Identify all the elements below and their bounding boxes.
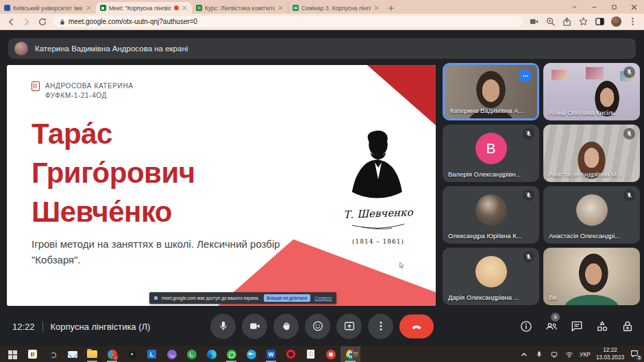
notifications-icon[interactable]: 5 — [630, 349, 641, 360]
chat-icon[interactable] — [570, 320, 584, 333]
meeting-time: 12:22 — [12, 321, 35, 331]
dark-app-icon[interactable] — [42, 346, 62, 362]
participant-tile-anastasiia-a[interactable]: Анастасія Андріївна М... — [543, 125, 640, 182]
whatsapp-icon[interactable] — [221, 346, 241, 362]
mic-muted-icon — [523, 190, 534, 201]
file-explorer-icon[interactable] — [82, 346, 102, 362]
mic-muted-icon — [623, 190, 635, 201]
slide-author-block: АНДРОСОВА КАТЕРИНА ФУФКМ-1-21-4ОД — [45, 81, 134, 100]
microsoft-store-icon[interactable] — [23, 346, 42, 362]
opera-icon[interactable] — [281, 346, 301, 362]
notes-icon[interactable] — [301, 346, 321, 362]
viber-icon[interactable] — [162, 346, 182, 362]
tab-close-icon[interactable] — [277, 5, 284, 11]
edge-icon[interactable] — [201, 346, 221, 362]
screen-share-notice: meet.google.com має доступ до вашого екр… — [149, 292, 336, 304]
participant-name: Олександра Юріївна К... — [448, 232, 522, 240]
participant-name: Анастасія Андріївна М... — [549, 170, 622, 178]
camera-button[interactable] — [242, 313, 267, 339]
camera-in-use-icon[interactable] — [529, 16, 539, 27]
browser-toolbar: meet.google.com/otx-uutn-qnj?authuser=0 — [0, 14, 644, 30]
language-indicator[interactable]: УКР — [580, 351, 591, 358]
tab-close-icon[interactable] — [182, 5, 188, 11]
zoom-icon[interactable] — [545, 16, 556, 27]
participant-tile-dariia[interactable]: Дарія Олександрівна ... — [443, 248, 539, 305]
share-icon[interactable] — [562, 16, 572, 27]
word-icon[interactable]: W — [261, 346, 281, 362]
tray-date: 13.03.2023 — [596, 354, 624, 362]
wifi-icon[interactable] — [565, 350, 574, 359]
tab-search-chevron-icon[interactable] — [565, 0, 584, 14]
participant-tile-valeriia[interactable]: В Валерія Олександрівн... — [443, 125, 539, 182]
participant-tile-oleksandra[interactable]: Олександра Юріївна К... — [443, 186, 539, 244]
l-app-icon[interactable]: L — [142, 346, 162, 362]
participant-tile-katerina[interactable]: Катерина Вадимівна А... — [443, 63, 539, 120]
tab-course[interactable]: Курс: Лінгвістика комп'ютерно — [192, 2, 288, 14]
hide-notice-link[interactable]: Сховати — [314, 296, 332, 300]
start-button[interactable] — [3, 346, 23, 362]
present-screen-button[interactable] — [336, 313, 362, 339]
participant-tile-alina[interactable]: Аліна Олегівна Кисіль — [543, 63, 640, 120]
tab-university[interactable]: Київський університет імені Бор — [0, 2, 96, 14]
tab-label: Курс: Лінгвістика комп'ютерно — [205, 5, 275, 12]
people-icon[interactable]: 9 — [545, 320, 558, 333]
reload-button[interactable] — [38, 17, 47, 27]
slide-author-name: АНДРОСОВА КАТЕРИНА — [45, 81, 134, 91]
back-button[interactable] — [6, 17, 16, 27]
participant-photo-avatar — [475, 194, 507, 226]
tray-clock[interactable]: 12:22 13.03.2023 — [596, 347, 624, 361]
presenting-banner: Катерина Вадимівна Андросова на екрані — [8, 38, 636, 59]
address-bar[interactable]: meet.google.com/otx-uutn-qnj?authuser=0 — [53, 16, 523, 27]
participant-tile-you[interactable]: Ви — [543, 248, 640, 305]
slide-header: АНДРОСОВА КАТЕРИНА ФУФКМ-1-21-4ОД — [32, 81, 134, 100]
colorful-glyph — [108, 350, 117, 359]
emoji-reactions-button[interactable] — [305, 313, 330, 339]
window-maximize-button[interactable] — [604, 0, 624, 14]
browser-menu-icon[interactable] — [628, 16, 638, 27]
opera-glyph — [286, 350, 295, 359]
red-app-icon[interactable] — [321, 346, 340, 362]
window-minimize-button[interactable] — [584, 0, 604, 14]
telegram-icon[interactable] — [241, 346, 261, 362]
mini-app-icon[interactable] — [122, 346, 142, 362]
dark-app-glyph — [48, 350, 58, 359]
windows-taskbar: L W УКР 12:22 13.03.2023 5 — [0, 346, 644, 362]
microphone-button[interactable] — [210, 313, 236, 339]
tray-device-icon[interactable] — [549, 350, 559, 359]
tab-meet-active[interactable]: Meet: "Корпусна лінгвістика" — [96, 2, 192, 14]
participant-tile-anastasiia-o[interactable]: Анастасія Олександрі... — [543, 186, 640, 244]
bookmark-star-icon[interactable] — [578, 16, 589, 27]
notification-count-badge: 5 — [636, 354, 643, 361]
profile-avatar[interactable] — [611, 16, 621, 27]
notes-glyph — [307, 350, 314, 359]
colorful-app-icon[interactable] — [102, 346, 122, 362]
leave-call-button[interactable] — [399, 314, 434, 338]
meeting-details-icon[interactable] — [519, 320, 533, 333]
tab-seminar[interactable]: Семінар 3. Корпусна лінгвістик — [288, 2, 384, 14]
slide-title-line2: Григо́рович — [32, 153, 195, 192]
more-options-button[interactable] — [368, 313, 393, 339]
portrait-signature: Т. Шевченко — [330, 206, 427, 222]
tray-microphone-icon[interactable] — [534, 350, 544, 359]
hidden-icons-chevron[interactable] — [519, 350, 529, 359]
tab-close-icon[interactable] — [86, 5, 92, 11]
utorrent-icon[interactable] — [182, 346, 201, 362]
slide-title-line3: Шевче́нко — [32, 192, 195, 231]
window-close-button[interactable] — [624, 0, 644, 14]
side-panel-icon[interactable] — [595, 16, 605, 27]
host-controls-icon[interactable] — [621, 320, 634, 333]
toolbar-right-icons — [529, 16, 638, 27]
tab-label: Семінар 3. Корпусна лінгвістик — [301, 5, 371, 12]
raise-hand-button[interactable] — [273, 313, 299, 339]
tab-close-icon[interactable] — [373, 5, 380, 11]
share-notice-icon — [154, 296, 158, 300]
mail-icon[interactable] — [62, 346, 82, 362]
activities-icon[interactable] — [595, 320, 609, 333]
l-glyph: L — [147, 350, 156, 359]
lock-icon — [60, 18, 65, 25]
stop-sharing-button[interactable]: Більше не ділитися — [264, 294, 311, 302]
forward-button[interactable] — [22, 17, 32, 27]
participant-name: Анастасія Олександрі... — [549, 232, 620, 240]
chrome-taskbar-icon[interactable] — [340, 346, 360, 362]
new-tab-button[interactable] — [384, 2, 399, 14]
